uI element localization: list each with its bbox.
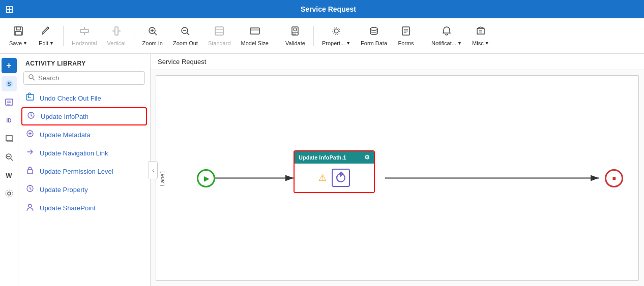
lane-label: Lane1 — [159, 170, 165, 186]
zoom-in-label: Zoom In — [142, 40, 163, 46]
svg-point-43 — [8, 192, 11, 195]
divider-5 — [423, 26, 423, 46]
library-item-update-infopath[interactable]: Update InfoPath — [21, 107, 147, 125]
library-item-update-sharepoint-label: Update SharePoint — [40, 204, 96, 212]
model-size-label: Model Size — [241, 40, 269, 46]
form-data-label: Form Data — [361, 40, 387, 46]
forms-label: Forms — [398, 40, 414, 46]
toolbar-properties[interactable]: Propert... ▼ — [318, 23, 355, 48]
start-circle[interactable]: ▶ — [197, 169, 215, 187]
undo-checkout-icon — [25, 92, 35, 104]
library-items: Undo Check Out File Update InfoPath — [18, 89, 150, 286]
activity-library-title: ACTIVITY LIBRARY — [18, 54, 150, 71]
sidebar-wordpress-icon[interactable]: W — [2, 168, 17, 183]
canvas-label: Service Request — [151, 54, 644, 70]
vertical-icon — [111, 25, 122, 39]
library-item-update-permission[interactable]: Update Permission Level — [18, 162, 150, 180]
validate-label: Validate — [285, 40, 305, 46]
svg-point-27 — [370, 27, 377, 30]
activity-node-header: Update InfoPath.1 ⚙ — [295, 151, 374, 164]
save-label: Save ▼ — [9, 40, 27, 46]
library-item-update-permission-label: Update Permission Level — [40, 168, 113, 175]
library-item-update-metadata[interactable]: Update Metadata — [18, 125, 150, 144]
main-layout: + S ID W — [0, 54, 644, 286]
misc-icon — [475, 25, 486, 39]
end-circle[interactable]: ■ — [605, 169, 623, 187]
form-data-icon — [368, 25, 379, 39]
standard-icon — [214, 25, 225, 39]
stop-icon: ■ — [612, 175, 616, 182]
refresh-icon-box — [332, 169, 350, 187]
workflow-arrows — [156, 76, 638, 280]
toolbar-edit[interactable]: Edit ▼ — [34, 23, 59, 48]
library-item-update-metadata-label: Update Metadata — [40, 131, 91, 139]
horizontal-label: Horizontal — [72, 40, 97, 46]
update-infopath-icon — [26, 111, 36, 122]
library-item-update-property-label: Update Property — [40, 186, 88, 194]
sidebar-icons: + S ID W — [0, 54, 18, 286]
library-item-update-infopath-label: Update InfoPath — [41, 113, 89, 120]
svg-line-41 — [11, 158, 13, 161]
zoom-out-label: Zoom Out — [173, 40, 198, 46]
search-box[interactable] — [23, 71, 145, 85]
svg-rect-2 — [15, 31, 21, 35]
zoom-in-icon — [147, 25, 158, 39]
canvas-area: Service Request Lane1 — [151, 54, 644, 286]
library-item-undo-checkout[interactable]: Undo Check Out File — [18, 89, 150, 107]
svg-point-25 — [334, 29, 338, 33]
toolbar-model-size[interactable]: Model Size — [237, 23, 273, 48]
svg-point-50 — [28, 204, 32, 207]
toolbar-save[interactable]: Save ▼ — [5, 23, 32, 48]
notifications-label: Notificat... ▼ — [431, 40, 462, 46]
search-icon — [28, 74, 35, 82]
divider-4 — [313, 26, 314, 46]
svg-point-26 — [333, 27, 340, 35]
toolbar-form-data[interactable]: Form Data — [357, 23, 391, 48]
toolbar-standard: Standard — [204, 23, 235, 48]
properties-icon — [331, 25, 342, 39]
app-grid-icon[interactable]: ⊞ — [5, 3, 14, 15]
sidebar-sharepoint-icon[interactable]: S — [2, 76, 17, 91]
library-item-update-sharepoint[interactable]: Update SharePoint — [18, 199, 150, 217]
lane: Lane1 ▶ — [156, 75, 639, 281]
divider-3 — [277, 26, 277, 46]
toolbar-zoom-out[interactable]: Zoom Out — [169, 23, 202, 48]
collapse-panel-button[interactable]: ‹ — [149, 161, 158, 179]
update-nav-link-icon — [25, 147, 35, 158]
svg-point-45 — [29, 75, 33, 79]
properties-label: Propert... ▼ — [322, 40, 350, 46]
play-icon: ▶ — [204, 174, 210, 182]
activity-node-body: ⚠ — [295, 164, 374, 192]
update-metadata-icon — [25, 129, 35, 140]
svg-rect-16 — [215, 27, 223, 35]
library-item-update-property[interactable]: Update Property — [18, 180, 150, 199]
svg-point-22 — [294, 28, 297, 31]
toolbar-horizontal: Horizontal — [68, 23, 101, 48]
svg-rect-6 — [115, 27, 118, 35]
toolbar-validate[interactable]: Validate — [281, 23, 309, 48]
toolbar-zoom-in[interactable]: Zoom In — [138, 23, 167, 48]
sidebar-settings-icon[interactable] — [2, 186, 17, 201]
update-permission-icon — [25, 166, 35, 177]
toolbar-forms[interactable]: Forms — [393, 23, 419, 48]
forms-icon — [400, 25, 412, 39]
sidebar-zoom-icon[interactable] — [2, 149, 17, 165]
sidebar-comment-icon[interactable] — [2, 131, 17, 146]
activity-node-settings-icon[interactable]: ⚙ — [364, 154, 370, 161]
svg-point-44 — [6, 190, 13, 197]
svg-rect-49 — [27, 170, 33, 174]
toolbar-notifications[interactable]: Notificat... ▼ — [427, 23, 466, 48]
sidebar-add-icon[interactable]: + — [2, 58, 17, 73]
toolbar-misc[interactable]: Misc ▼ — [468, 23, 493, 48]
search-input[interactable] — [38, 74, 140, 82]
library-item-update-nav-link[interactable]: Update Navigation Link — [18, 144, 150, 162]
sidebar-id-icon[interactable]: ID — [2, 113, 17, 128]
horizontal-icon — [79, 25, 90, 39]
misc-label: Misc ▼ — [472, 40, 489, 46]
activity-node-update-infopath[interactable]: Update InfoPath.1 ⚙ ⚠ — [294, 150, 375, 193]
divider-1 — [63, 26, 64, 46]
svg-rect-19 — [250, 28, 259, 34]
sidebar-list-icon[interactable] — [2, 94, 17, 110]
toolbar: Save ▼ Edit ▼ Horizontal — [0, 18, 644, 54]
library-item-undo-checkout-label: Undo Check Out File — [40, 94, 101, 102]
